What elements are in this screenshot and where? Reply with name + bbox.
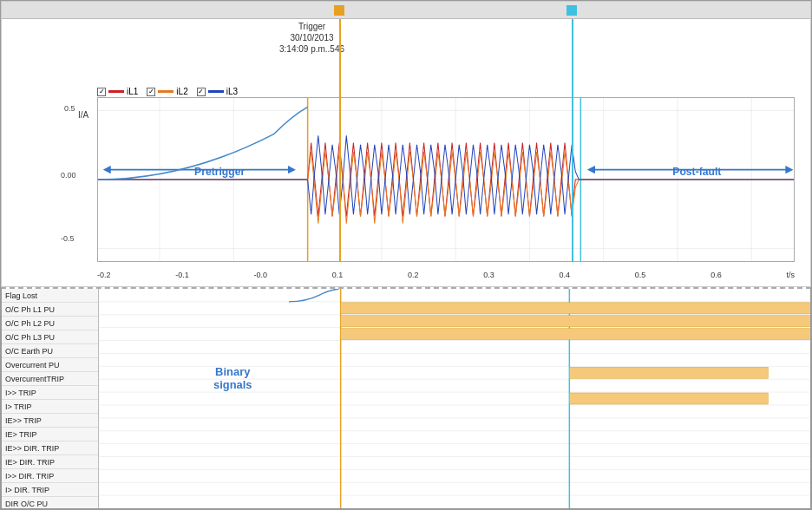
- y-axis-label: I/A: [78, 110, 88, 120]
- legend-label-il1: iL1: [127, 87, 138, 96]
- ytick-05: 0.5: [64, 104, 75, 113]
- row-i-dbl-dir-trip: I>> DIR. TRIP: [2, 469, 98, 483]
- row-flag-lost: Flag Lost: [2, 289, 98, 303]
- row-oc-earth: O/C Earth PU: [2, 344, 98, 358]
- binary-signals-section: Flag Lost O/C Ph L1 PU O/C Ph L2 PU O/C …: [1, 287, 811, 509]
- legend-label-il2: iL2: [176, 87, 187, 96]
- row-i-trip: I> TRIP: [2, 400, 98, 414]
- svg-text:Pretrigger: Pretrigger: [194, 166, 245, 178]
- row-ie-dir-trip: IE> DIR. TRIP: [2, 455, 98, 469]
- ytick-0: 0.00: [61, 171, 76, 180]
- waveform-svg: Pretrigger Post-fault: [98, 98, 794, 261]
- row-i-dir-trip: I> DIR. TRIP: [2, 483, 98, 497]
- checkbox-il2[interactable]: ✓: [147, 88, 155, 96]
- row-ie-trip: IE> TRIP: [2, 428, 98, 441]
- checkbox-il1[interactable]: ✓: [97, 88, 106, 96]
- binary-signals-svg: Binary signals: [99, 289, 810, 508]
- row-ie-dbl-trip: IE>> TRIP: [2, 414, 98, 428]
- row-oc-ph-l2: O/C Ph L2 PU: [2, 317, 98, 330]
- row-overcurrent-trip: OvercurrentTRIP: [2, 372, 98, 386]
- legend-color-il3: [208, 90, 224, 93]
- signal-bars-area: Binary signals: [99, 289, 810, 508]
- svg-rect-42: [341, 303, 810, 314]
- row-ie-dbl-dir-trip: IE>> DIR. TRIP: [2, 441, 98, 455]
- row-oc-ph-l3: O/C Ph L3 PU: [2, 330, 98, 344]
- cyan-scroll-marker[interactable]: [566, 5, 577, 16]
- svg-rect-45: [569, 367, 768, 378]
- legend-label-il3: iL3: [226, 87, 238, 96]
- svg-text:Binary: Binary: [215, 367, 250, 379]
- row-overcurrent-pu: Overcurrent PU: [2, 358, 98, 372]
- legend-il2: ✓ iL2: [147, 87, 187, 96]
- trigger-vline-orange: [339, 19, 341, 262]
- legend-il1: ✓ iL1: [97, 87, 138, 96]
- row-i-dbl-trip: I>> TRIP: [2, 386, 98, 400]
- legend: ✓ iL1 ✓ iL2 ✓ iL3: [97, 87, 238, 96]
- svg-rect-46: [569, 393, 768, 404]
- trigger-label: Trigger 30/10/2013 3:14:09 p.m..546: [279, 21, 344, 55]
- trigger-vline-cyan: [572, 19, 573, 262]
- row-oc-ph-l1: O/C Ph L1 PU: [2, 303, 98, 317]
- svg-rect-44: [341, 329, 810, 340]
- svg-rect-43: [341, 316, 810, 327]
- legend-il3: ✓ iL3: [197, 87, 238, 96]
- legend-color-il2: [158, 90, 174, 93]
- ytick-n05: -0.5: [61, 234, 75, 243]
- svg-text:signals: signals: [213, 380, 252, 392]
- row-dir-oc-pu: DIR O/C PU: [2, 497, 98, 509]
- checkbox-il3[interactable]: ✓: [197, 88, 206, 96]
- waveform-chart: Pretrigger Post-fault: [97, 97, 795, 262]
- x-axis-labels: -0.2 -0.1 -0.0 0.1 0.2 0.3 0.4 0.5 0.6 t…: [97, 271, 795, 279]
- svg-text:Post-fault: Post-fault: [672, 166, 721, 178]
- orange-scroll-marker[interactable]: [334, 5, 344, 16]
- signal-labels-column: Flag Lost O/C Ph L1 PU O/C Ph L2 PU O/C …: [2, 289, 99, 508]
- legend-color-il1: [108, 90, 124, 93]
